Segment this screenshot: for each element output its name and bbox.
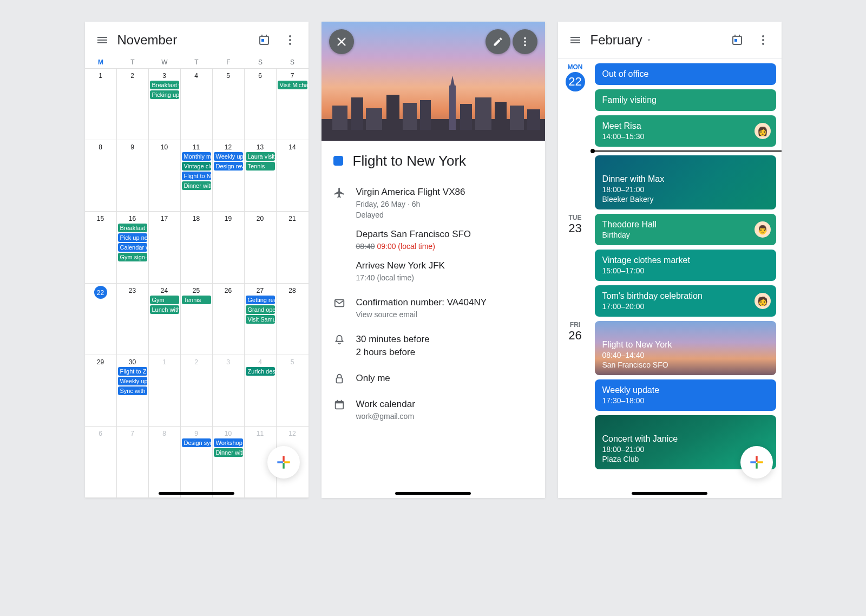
event-chip[interactable]: Flight to Zu bbox=[118, 367, 147, 376]
day-cell[interactable]: 8 bbox=[149, 427, 181, 498]
day-cell[interactable]: 11Monthly meVintage cloFlight to NeDinne… bbox=[181, 140, 213, 212]
event-chip[interactable]: Vintage clo bbox=[182, 162, 211, 171]
day-cell[interactable]: 27Getting reaGrand openVisit Samue bbox=[245, 284, 277, 355]
event-chip[interactable]: Weekly upd bbox=[118, 377, 147, 385]
schedule-list[interactable]: MON22Out of officeFamily visitingMeet Ri… bbox=[558, 59, 782, 498]
reminders-row[interactable]: 30 minutes before 2 hours before bbox=[322, 326, 545, 365]
day-cell[interactable]: 2 bbox=[117, 69, 149, 140]
day-cell[interactable]: 16Breakfast wPick up nevCalendar wGym si… bbox=[117, 212, 149, 283]
event-chip[interactable]: Tennis bbox=[182, 296, 211, 304]
event-card[interactable]: Theodore HallBirthday👨 bbox=[595, 214, 776, 245]
event-chip[interactable]: Visit Samue bbox=[246, 315, 275, 324]
event-chip[interactable]: Laura visiti bbox=[246, 152, 275, 161]
month-title[interactable]: November bbox=[117, 32, 178, 48]
day-cell[interactable]: 8 bbox=[85, 140, 117, 212]
day-cell[interactable]: 19 bbox=[213, 212, 245, 283]
event-chip[interactable]: Breakfast w bbox=[118, 224, 147, 232]
day-cell[interactable]: 14 bbox=[277, 140, 309, 212]
confirmation-row[interactable]: Confirmation number: VA404NY View source… bbox=[322, 290, 545, 326]
event-chip[interactable]: Tennis bbox=[246, 162, 275, 171]
event-card[interactable]: Flight to New York08:40–14:40San Francis… bbox=[595, 321, 776, 375]
event-chip[interactable]: Workshop bbox=[214, 438, 243, 447]
event-chip[interactable]: Breakfast w bbox=[150, 81, 179, 89]
day-header[interactable]: FRI26 bbox=[561, 321, 589, 469]
day-header[interactable]: MON22 bbox=[561, 63, 589, 209]
event-chip[interactable]: Sync with t bbox=[118, 386, 147, 395]
day-cell[interactable]: 5 bbox=[277, 355, 309, 427]
day-cell[interactable]: 25Tennis bbox=[181, 284, 213, 355]
event-chip[interactable]: Grand open bbox=[246, 305, 275, 314]
day-cell[interactable]: 3Breakfast wPicking up bbox=[149, 69, 181, 140]
event-card[interactable]: Dinner with Max18:00–21:00Bleeker Bakery bbox=[595, 155, 776, 209]
event-chip[interactable]: Monthly me bbox=[182, 152, 211, 161]
day-cell[interactable]: 7 bbox=[117, 427, 149, 498]
day-cell[interactable]: 9 bbox=[117, 140, 149, 212]
day-cell[interactable]: 7Visit Micha bbox=[277, 69, 309, 140]
day-cell[interactable]: 18 bbox=[181, 212, 213, 283]
day-cell[interactable]: 30Flight to ZuWeekly updSync with t bbox=[117, 355, 149, 427]
schedule-title[interactable]: February bbox=[591, 32, 652, 48]
day-cell[interactable]: 13Laura visitiTennis bbox=[245, 140, 277, 212]
event-chip[interactable]: Design revi bbox=[214, 162, 243, 171]
day-cell[interactable]: 29 bbox=[85, 355, 117, 427]
close-button[interactable] bbox=[329, 29, 354, 54]
view-source-email[interactable]: View source email bbox=[356, 309, 533, 320]
day-cell[interactable]: 4 bbox=[181, 69, 213, 140]
day-cell[interactable]: 5 bbox=[213, 69, 245, 140]
calendar-row[interactable]: Work calendar work@gmail.com bbox=[322, 391, 545, 428]
create-fab[interactable] bbox=[267, 446, 300, 479]
event-chip[interactable]: Dinner with bbox=[182, 181, 211, 190]
event-card[interactable]: Weekly update17:30–18:00 bbox=[595, 379, 776, 411]
day-header[interactable]: TUE23 bbox=[561, 214, 589, 317]
event-card[interactable]: Family visiting bbox=[595, 89, 776, 111]
menu-button[interactable] bbox=[562, 27, 588, 53]
day-cell[interactable]: 24GymLunch with bbox=[149, 284, 181, 355]
event-chip[interactable]: Picking up bbox=[150, 90, 179, 99]
day-cell[interactable]: 12Weekly updDesign revi bbox=[213, 140, 245, 212]
event-overflow-button[interactable] bbox=[513, 29, 537, 54]
event-chip[interactable]: Weekly upd bbox=[214, 152, 243, 161]
day-cell[interactable]: 3 bbox=[213, 355, 245, 427]
event-chip[interactable]: Zurich desi bbox=[246, 367, 275, 376]
day-cell[interactable]: 2 bbox=[181, 355, 213, 427]
day-cell[interactable]: 1 bbox=[149, 355, 181, 427]
day-cell[interactable]: 26 bbox=[213, 284, 245, 355]
day-cell[interactable]: 10 bbox=[149, 140, 181, 212]
day-cell[interactable]: 15 bbox=[85, 212, 117, 283]
event-card[interactable]: Tom's birthday celebration17:00–20:00🧑 bbox=[595, 285, 776, 317]
day-cell[interactable]: 9Design syn bbox=[181, 427, 213, 498]
day-cell[interactable]: 28 bbox=[277, 284, 309, 355]
event-chip[interactable]: Calendar w bbox=[118, 243, 147, 252]
event-chip[interactable]: Flight to Ne bbox=[182, 172, 211, 180]
day-cell[interactable]: 1 bbox=[85, 69, 117, 140]
event-chip[interactable]: Design syn bbox=[182, 438, 211, 447]
day-cell[interactable]: 6 bbox=[85, 427, 117, 498]
event-chip[interactable]: Dinner with bbox=[214, 448, 243, 457]
event-chip[interactable]: Gym bbox=[150, 296, 179, 304]
event-chip[interactable]: Visit Micha bbox=[278, 81, 307, 89]
today-button[interactable] bbox=[251, 27, 277, 53]
today-button[interactable] bbox=[724, 27, 750, 53]
day-cell[interactable]: 20 bbox=[245, 212, 277, 283]
menu-button[interactable] bbox=[89, 27, 115, 53]
event-chip[interactable]: Gym sign-u bbox=[118, 253, 147, 261]
event-card[interactable]: Vintage clothes market15:00–17:00 bbox=[595, 250, 776, 281]
event-chip[interactable]: Lunch with bbox=[150, 305, 179, 314]
overflow-button[interactable] bbox=[750, 27, 776, 53]
event-card[interactable]: Meet Risa14:00–15:30👩 bbox=[595, 115, 776, 147]
day-cell[interactable]: 23 bbox=[117, 284, 149, 355]
overflow-button[interactable] bbox=[277, 27, 303, 53]
edit-button[interactable] bbox=[486, 29, 510, 54]
month-grid[interactable]: 123Breakfast wPicking up4567Visit Micha8… bbox=[85, 68, 309, 498]
create-fab[interactable] bbox=[740, 446, 773, 479]
day-cell[interactable]: 21 bbox=[277, 212, 309, 283]
day-cell[interactable]: 6 bbox=[245, 69, 277, 140]
day-cell[interactable]: 17 bbox=[149, 212, 181, 283]
event-chip[interactable]: Getting rea bbox=[246, 296, 275, 304]
day-cell[interactable]: 22 bbox=[85, 284, 117, 355]
day-cell[interactable]: 4Zurich desi bbox=[245, 355, 277, 427]
event-chip[interactable]: Pick up nev bbox=[118, 233, 147, 242]
event-card[interactable]: Out of office bbox=[595, 63, 776, 85]
day-cell[interactable]: 10WorkshopDinner with bbox=[213, 427, 245, 498]
visibility-row[interactable]: Only me bbox=[322, 365, 545, 391]
